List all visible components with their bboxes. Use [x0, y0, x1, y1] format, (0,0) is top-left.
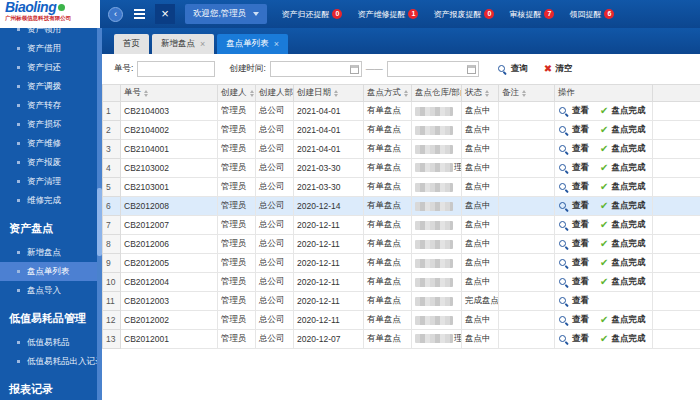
view-button[interactable]: 查看	[558, 181, 589, 193]
table-row[interactable]: 2CB2104002管理员总公司2021-04-01有单盘点盘点中查看✔盘点完成	[103, 121, 700, 140]
tab-close-icon[interactable]: ×	[274, 40, 279, 49]
column-header[interactable]: 盘点仓库/部门	[412, 85, 462, 102]
status-cell: 盘点中	[462, 159, 499, 178]
sidebar-item-asset-requisition[interactable]: 资产领用	[0, 28, 97, 39]
table-row[interactable]: 12CB2012002管理员总公司2020-12-11有单盘点盘点中查看✔盘点完…	[103, 311, 700, 330]
column-header[interactable]: 状态	[462, 85, 499, 102]
order-no-cell: CB2012008	[121, 197, 218, 216]
warehouse-cell: 理点	[412, 330, 462, 349]
complete-inventory-button[interactable]: ✔盘点完成	[600, 238, 645, 250]
table-row[interactable]: 11CB2012003管理员总公司2020-12-11有单盘点完成盘点查看	[103, 292, 700, 311]
sidebar-item-inventory-import[interactable]: 盘点导入	[0, 281, 97, 300]
notification-asset-repair-reminder[interactable]: 资产维修提醒1	[357, 9, 418, 20]
sidebar-group-header-report-records[interactable]: 报表记录	[0, 371, 97, 400]
complete-inventory-button[interactable]: ✔盘点完成	[600, 143, 645, 155]
view-button[interactable]: 查看	[558, 238, 589, 250]
calendar-icon[interactable]	[467, 65, 476, 74]
view-button[interactable]: 查看	[558, 200, 589, 212]
creator-cell: 管理员	[218, 102, 256, 121]
view-button[interactable]: 查看	[558, 295, 589, 307]
view-label: 查看	[572, 162, 589, 174]
notification-asset-scrap-reminder[interactable]: 资产报废提醒0	[433, 9, 494, 20]
table-row[interactable]: 5CB2103001管理员总公司2021-03-30有单盘点盘点中查看✔盘点完成	[103, 178, 700, 197]
column-header[interactable]: 备注	[499, 85, 555, 102]
sidebar-item-inventory-list[interactable]: 盘点单列表	[0, 262, 97, 281]
notification-reclaim-reminder[interactable]: 领回提醒6	[569, 9, 614, 20]
calendar-icon[interactable]	[350, 65, 359, 74]
column-header[interactable]: 单号	[121, 85, 218, 102]
row-number-cell: 8	[103, 235, 121, 254]
sidebar-scrollbar[interactable]	[97, 28, 102, 400]
view-button[interactable]: 查看	[558, 219, 589, 231]
warehouse-cell	[412, 254, 462, 273]
bullet-icon	[17, 85, 20, 88]
sidebar-item-consumables-io-records[interactable]: 低值易耗品出入记录	[0, 352, 97, 371]
tab-close-icon[interactable]: ×	[200, 40, 205, 49]
complete-inventory-button[interactable]: ✔盘点完成	[600, 219, 645, 231]
column-header[interactable]: 盘点方式	[364, 85, 412, 102]
complete-inventory-button[interactable]: ✔盘点完成	[600, 276, 645, 288]
sidebar-group-header-consumables-management[interactable]: 低值易耗品管理	[0, 300, 97, 333]
user-dropdown[interactable]: 欢迎您,管理员	[185, 4, 267, 24]
sidebar-item-repair-complete[interactable]: 维修完成	[0, 191, 97, 210]
tab-new-inventory[interactable]: 新增盘点×	[152, 34, 214, 54]
sidebar-item-asset-repair[interactable]: 资产维修	[0, 134, 97, 153]
view-button[interactable]: 查看	[558, 333, 589, 345]
complete-inventory-button[interactable]: ✔盘点完成	[600, 333, 645, 345]
sidebar-item-asset-transfer[interactable]: 资产调拨	[0, 77, 97, 96]
table-row[interactable]: 10CB2012004管理员总公司2020-12-11有单盘点盘点中查看✔盘点完…	[103, 273, 700, 292]
table-row[interactable]: 7CB2012007管理员总公司2020-12-11有单盘点盘点中查看✔盘点完成	[103, 216, 700, 235]
sidebar-item-new-inventory[interactable]: 新增盘点	[0, 243, 97, 262]
method-cell: 有单盘点	[364, 178, 412, 197]
view-button[interactable]: 查看	[558, 276, 589, 288]
tab-inventory-list[interactable]: 盘点单列表×	[217, 34, 288, 54]
table-row[interactable]: 6CB2012008管理员总公司2020-12-14有单盘点盘点中查看✔盘点完成	[103, 197, 700, 216]
tab-home[interactable]: 首页	[114, 34, 149, 54]
column-header-label: 备注	[502, 87, 519, 99]
scrollbar-thumb[interactable]	[97, 188, 102, 256]
complete-inventory-button[interactable]: ✔盘点完成	[600, 105, 645, 117]
actions-cell: 查看✔盘点完成	[555, 159, 653, 178]
hamburger-menu-icon[interactable]	[132, 7, 147, 21]
column-header[interactable]: 创建人	[218, 85, 256, 102]
table-row[interactable]: 8CB2012006管理员总公司2020-12-11有单盘点盘点中查看✔盘点完成	[103, 235, 700, 254]
table-row[interactable]: 9CB2012005管理员总公司2020-12-11有单盘点盘点中查看✔盘点完成	[103, 254, 700, 273]
date-to-input[interactable]	[388, 62, 467, 76]
warehouse-cell	[412, 292, 462, 311]
sidebar-item-asset-scrap[interactable]: 资产报废	[0, 153, 97, 172]
column-header[interactable]: 创建日期	[294, 85, 364, 102]
complete-inventory-button[interactable]: ✔盘点完成	[600, 200, 645, 212]
clear-button[interactable]: ✖ 清空	[544, 63, 572, 75]
sidebar-item-asset-damage[interactable]: 资产损坏	[0, 115, 97, 134]
table-row[interactable]: 3CB2104001管理员总公司2021-04-01有单盘点盘点中查看✔盘点完成	[103, 140, 700, 159]
complete-inventory-button[interactable]: ✔盘点完成	[600, 162, 645, 174]
sidebar-item-asset-borrow[interactable]: 资产借用	[0, 39, 97, 58]
close-icon[interactable]: ×	[155, 4, 175, 24]
view-button[interactable]: 查看	[558, 314, 589, 326]
sidebar-item-asset-storage[interactable]: 资产转存	[0, 96, 97, 115]
sidebar-group-header-asset-inventory[interactable]: 资产盘点	[0, 210, 97, 243]
notification-audit-reminder[interactable]: 审核提醒7	[509, 9, 554, 20]
date-from-input[interactable]	[271, 62, 350, 76]
view-button[interactable]: 查看	[558, 162, 589, 174]
order-no-input[interactable]	[137, 61, 215, 77]
sidebar-item-label: 盘点导入	[27, 285, 61, 297]
table-row[interactable]: 1CB2104003管理员总公司2021-04-01有单盘点盘点中查看✔盘点完成	[103, 102, 700, 121]
table-row[interactable]: 4CB2103002管理员总公司2021-03-30有单盘点理点盘点中查看✔盘点…	[103, 159, 700, 178]
view-button[interactable]: 查看	[558, 105, 589, 117]
view-button[interactable]: 查看	[558, 124, 589, 136]
view-button[interactable]: 查看	[558, 143, 589, 155]
complete-inventory-button[interactable]: ✔盘点完成	[600, 314, 645, 326]
complete-inventory-button[interactable]: ✔盘点完成	[600, 257, 645, 269]
notification-asset-return-reminder[interactable]: 资产归还提醒0	[281, 9, 342, 20]
complete-inventory-button[interactable]: ✔盘点完成	[600, 124, 645, 136]
complete-inventory-button[interactable]: ✔盘点完成	[600, 181, 645, 193]
sidebar-item-asset-return[interactable]: 资产归还	[0, 58, 97, 77]
sidebar-item-consumables[interactable]: 低值易耗品	[0, 333, 97, 352]
collapse-sidebar-button[interactable]: ‹	[108, 7, 123, 22]
table-row[interactable]: 13CB2012001管理员总公司2020-12-07有单盘点理点盘点中查看✔盘…	[103, 330, 700, 349]
view-button[interactable]: 查看	[558, 257, 589, 269]
sidebar-item-asset-cleanup[interactable]: 资产清理	[0, 172, 97, 191]
search-button[interactable]: 查询	[497, 63, 528, 75]
column-header[interactable]: 创建人部门	[256, 85, 294, 102]
